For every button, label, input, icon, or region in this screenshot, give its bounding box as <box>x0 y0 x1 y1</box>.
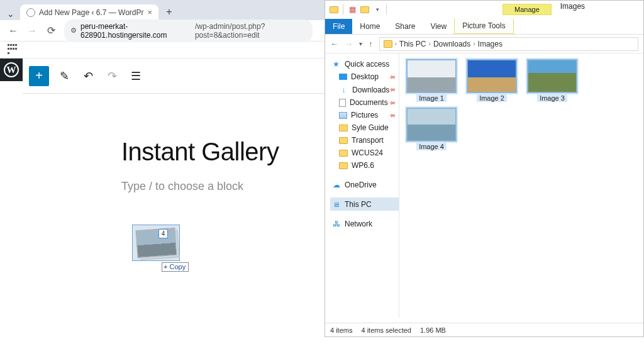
block-inserter-button[interactable]: + <box>29 66 49 86</box>
image-thumbnail <box>407 60 456 92</box>
folder-icon <box>339 162 348 169</box>
pc-icon: 🖥 <box>331 199 341 209</box>
tree-network[interactable]: 🖧Network <box>330 217 399 230</box>
back-icon[interactable]: ← <box>330 39 338 48</box>
folder-icon <box>384 40 392 48</box>
url-path: /wp-admin/post.php?post=8&action=edit <box>195 22 306 40</box>
chevron-right-icon: › <box>429 40 431 47</box>
tree-transport[interactable]: Transport <box>330 134 399 147</box>
redo-icon[interactable]: ↷ <box>103 67 121 85</box>
undo-icon[interactable]: ↶ <box>79 67 97 85</box>
network-icon: 🖧 <box>331 219 341 228</box>
image-thumbnail <box>467 60 516 92</box>
quick-launch: ▦ ▾ <box>325 4 392 14</box>
file-item[interactable]: Image 3 <box>525 60 579 102</box>
document-overview-icon[interactable]: ☰ <box>127 67 145 85</box>
breadcrumb-thispc[interactable]: This PC <box>399 40 426 48</box>
tree-documents[interactable]: Documents <box>330 96 399 109</box>
status-selection: 4 items selected <box>361 326 411 334</box>
tree-onedrive[interactable]: ☁OneDrive <box>330 178 399 191</box>
document-icon <box>339 99 346 107</box>
browser-tab[interactable]: Add New Page ‹ 6.7 — WordPr × <box>20 4 158 20</box>
forward-icon[interactable]: → <box>345 39 353 48</box>
chevron-down-icon[interactable]: ▾ <box>359 40 362 47</box>
window-title: Images <box>560 1 585 11</box>
folder-icon[interactable] <box>360 4 370 14</box>
file-list[interactable]: Image 1 Image 2 Image 3 Image 4 <box>399 53 643 318</box>
breadcrumb-images[interactable]: Images <box>478 40 502 48</box>
pictures-icon <box>339 112 347 119</box>
file-item[interactable]: Image 1 <box>404 60 458 102</box>
image-thumbnail <box>528 60 577 92</box>
folder-icon[interactable] <box>329 4 339 14</box>
cloud-icon: ☁ <box>331 180 341 189</box>
tree-wp66[interactable]: WP6.6 <box>330 159 399 172</box>
wordpress-icon: W <box>4 62 19 77</box>
star-icon: ★ <box>331 59 341 69</box>
file-item[interactable]: Image 2 <box>465 60 519 102</box>
folder-icon <box>339 137 348 144</box>
download-icon: ↓ <box>339 85 348 94</box>
tree-wcus24[interactable]: WCUS24 <box>330 147 399 159</box>
apps-icon[interactable] <box>8 44 19 55</box>
tab-title: Add New Page ‹ 6.7 — WordPr <box>39 8 144 17</box>
breadcrumb[interactable]: › This PC › Downloads › Images <box>379 37 639 51</box>
folder-icon <box>339 125 348 131</box>
chevron-right-icon: › <box>473 40 475 47</box>
status-size: 1.96 MB <box>420 326 446 334</box>
address-bar[interactable]: ⚙ peru-meerkat-628901.hostingersite.com/… <box>64 19 313 42</box>
tree-quick-access[interactable]: ★Quick access <box>330 57 399 70</box>
status-bar: 4 items 4 items selected 1.96 MB <box>325 323 643 337</box>
ribbon-picture-tools[interactable]: Picture Tools <box>454 18 513 34</box>
file-explorer-window: ▦ ▾ Manage Images File Home Share View P… <box>325 0 644 337</box>
tree-downloads[interactable]: ↓Downloads <box>330 83 399 96</box>
ribbon-file[interactable]: File <box>325 19 352 34</box>
ribbon-view[interactable]: View <box>423 19 454 34</box>
new-tab-button[interactable]: + <box>161 4 177 20</box>
forward-icon[interactable]: → <box>26 25 38 36</box>
drag-thumb-icon <box>135 228 177 258</box>
file-item[interactable]: Image 4 <box>404 108 458 150</box>
file-label: Image 4 <box>416 143 447 150</box>
image-thumbnail <box>407 108 456 141</box>
file-label: Image 1 <box>416 94 447 102</box>
site-settings-icon[interactable]: ⚙ <box>70 26 77 35</box>
tab-search-icon[interactable]: ⌄ <box>4 8 18 20</box>
back-icon[interactable]: ← <box>8 25 19 36</box>
ribbon-home[interactable]: Home <box>352 19 387 34</box>
folder-icon <box>339 150 348 157</box>
navigation-pane: ★Quick access Desktop ↓Downloads Documen… <box>325 53 399 318</box>
file-label: Image 2 <box>477 94 507 102</box>
drag-preview: 4 <box>132 225 180 261</box>
drag-copy-cursor-label: + Copy <box>162 262 189 272</box>
explorer-titlebar[interactable]: ▦ ▾ Manage Images <box>325 1 643 18</box>
file-label: Image 3 <box>537 94 567 102</box>
status-item-count: 4 items <box>330 326 352 334</box>
tree-pictures[interactable]: Pictures <box>330 109 399 121</box>
wp-logo-button[interactable]: W <box>0 58 23 81</box>
reload-icon[interactable]: ⟳ <box>45 25 57 36</box>
desktop-icon <box>339 74 347 80</box>
ribbon-share[interactable]: Share <box>387 19 423 34</box>
up-icon[interactable]: ↑ <box>369 39 373 48</box>
tree-this-pc[interactable]: 🖥This PC <box>330 197 399 211</box>
breadcrumb-downloads[interactable]: Downloads <box>433 40 470 48</box>
chevron-right-icon: › <box>395 40 397 47</box>
tree-styleguide[interactable]: Syle Guide <box>330 121 399 134</box>
properties-icon[interactable]: ▦ <box>347 4 357 14</box>
edit-tool-icon[interactable]: ✎ <box>55 67 73 85</box>
explorer-address-row: ← → ▾ ↑ › This PC › Downloads › Images <box>325 35 643 53</box>
url-host: peru-meerkat-628901.hostingersite.com <box>80 22 191 40</box>
globe-icon <box>26 8 35 17</box>
tree-desktop[interactable]: Desktop <box>330 70 399 83</box>
manage-contextual-tab[interactable]: Manage <box>502 4 552 15</box>
close-icon[interactable]: × <box>148 8 153 17</box>
ribbon-tabs: File Home Share View Picture Tools <box>325 18 643 35</box>
dropdown-icon[interactable]: ▾ <box>372 4 382 14</box>
drag-count-badge: 4 <box>158 229 168 238</box>
